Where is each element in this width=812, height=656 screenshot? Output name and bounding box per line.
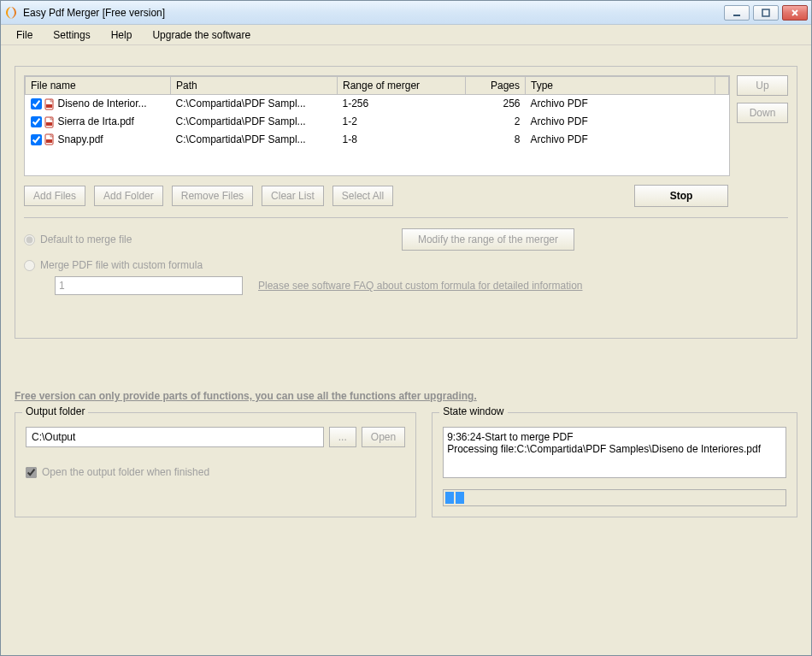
menu-settings[interactable]: Settings [44, 27, 98, 43]
main-panel: File name Path Range of merger Pages Typ… [15, 66, 797, 339]
output-folder-group: Output folder ... Open Open the output f… [15, 412, 416, 517]
output-legend: Output folder [22, 405, 88, 417]
radio-custom-formula[interactable]: Merge PDF file with custom formula [24, 259, 788, 271]
state-window-group: State window [432, 412, 797, 517]
file-table[interactable]: File name Path Range of merger Pages Typ… [24, 75, 730, 176]
cell-range: 1-2 [338, 113, 466, 131]
radio-default-merge-label: Default to merge file [40, 233, 132, 245]
output-path-input[interactable] [26, 427, 324, 447]
col-path[interactable]: Path [171, 77, 338, 95]
state-legend: State window [439, 405, 507, 417]
add-files-button[interactable]: Add Files [24, 186, 85, 206]
svg-rect-5 [46, 104, 52, 108]
radio-custom-formula-input[interactable] [24, 260, 35, 271]
col-pages[interactable]: Pages [466, 77, 526, 95]
app-window: Easy Pdf Merger [Free version] File Sett… [0, 0, 812, 656]
app-icon [4, 6, 18, 20]
minimize-button[interactable] [724, 5, 750, 21]
window-title: Easy Pdf Merger [Free version] [23, 7, 724, 19]
cell-range: 1-256 [338, 95, 466, 113]
modify-range-button[interactable]: Modify the range of the merger [402, 228, 574, 251]
cell-pages: 8 [466, 131, 526, 149]
col-extra[interactable] [715, 77, 729, 95]
svg-rect-9 [46, 139, 52, 143]
col-filename[interactable]: File name [26, 77, 171, 95]
upgrade-note-link[interactable]: Free version can only provide parts of f… [15, 390, 797, 402]
svg-rect-1 [762, 9, 769, 16]
cell-filename: Diseno de Interior... [58, 98, 147, 109]
cell-range: 1-8 [338, 131, 466, 149]
row-checkbox[interactable] [31, 116, 42, 127]
content-area: File name Path Range of merger Pages Typ… [1, 45, 811, 655]
row-checkbox[interactable] [31, 98, 42, 109]
progress-segment [445, 492, 454, 504]
menu-file[interactable]: File [8, 27, 41, 43]
table-row[interactable]: Diseno de Interior...C:\Compartida\PDF S… [26, 95, 729, 113]
cell-type: Archivo PDF [526, 95, 715, 113]
radio-default-merge[interactable]: Default to merge file [24, 233, 132, 245]
remove-files-button[interactable]: Remove Files [172, 186, 253, 206]
row-checkbox[interactable] [31, 134, 42, 145]
table-row[interactable]: Snapy.pdfC:\Compartida\PDF Sampl...1-88A… [26, 131, 729, 149]
menu-upgrade[interactable]: Upgrade the software [144, 27, 259, 43]
faq-link[interactable]: Please see software FAQ about custom for… [258, 280, 583, 292]
maximize-button[interactable] [753, 5, 779, 21]
cell-path: C:\Compartida\PDF Sampl... [171, 95, 338, 113]
radio-custom-formula-label: Merge PDF file with custom formula [40, 259, 203, 271]
select-all-button[interactable]: Select All [332, 186, 393, 206]
open-when-finished[interactable]: Open the output folder when finished [26, 466, 405, 478]
cell-path: C:\Compartida\PDF Sampl... [171, 113, 338, 131]
table-row[interactable]: Sierra de Irta.pdfC:\Compartida\PDF Samp… [26, 113, 729, 131]
cell-path: C:\Compartida\PDF Sampl... [171, 131, 338, 149]
add-folder-button[interactable]: Add Folder [94, 186, 163, 206]
up-button[interactable]: Up [737, 75, 788, 96]
col-type[interactable]: Type [526, 77, 715, 95]
cell-type: Archivo PDF [526, 131, 715, 149]
state-log[interactable] [443, 427, 786, 478]
browse-button[interactable]: ... [329, 427, 356, 447]
svg-rect-7 [46, 122, 52, 126]
down-button[interactable]: Down [737, 103, 788, 123]
progress-bar [443, 489, 786, 506]
open-when-finished-checkbox[interactable] [26, 467, 37, 478]
col-range[interactable]: Range of merger [338, 77, 466, 95]
open-when-finished-label: Open the output folder when finished [42, 466, 209, 478]
window-controls [724, 5, 808, 21]
cell-filename: Snapy.pdf [58, 133, 103, 145]
progress-segment [456, 492, 464, 504]
clear-list-button[interactable]: Clear List [262, 186, 324, 206]
menu-help[interactable]: Help [103, 27, 141, 43]
titlebar[interactable]: Easy Pdf Merger [Free version] [1, 1, 811, 25]
menubar: File Settings Help Upgrade the software [1, 25, 811, 45]
cell-type: Archivo PDF [526, 113, 715, 131]
stop-button[interactable]: Stop [634, 185, 728, 207]
cell-pages: 2 [466, 113, 526, 131]
close-button[interactable] [782, 5, 808, 21]
cell-filename: Sierra de Irta.pdf [58, 115, 134, 127]
svg-rect-0 [733, 15, 740, 16]
open-folder-button[interactable]: Open [362, 427, 405, 447]
radio-default-merge-input[interactable] [24, 234, 35, 245]
cell-pages: 256 [466, 95, 526, 113]
formula-input[interactable] [55, 276, 243, 295]
